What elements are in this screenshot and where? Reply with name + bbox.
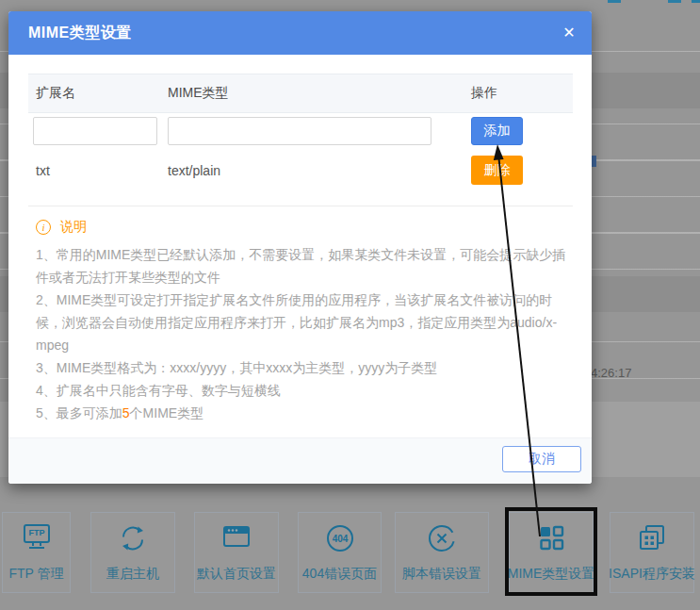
close-icon[interactable]: ✕	[559, 23, 579, 43]
screen: 4:26:17 FTP FTP 管理 重启主机	[0, 0, 700, 610]
header-action: 操作	[471, 85, 497, 102]
mime-type-input[interactable]	[168, 117, 431, 145]
note-item-1: 1、常用的MIME类型已经默认添加，不需要设置，如果某类文件未设置，可能会提示缺…	[36, 243, 575, 289]
toolbar-item-label: 默认首页设置	[197, 566, 276, 583]
toolbar-item-default-index[interactable]: 默认首页设置	[194, 512, 279, 593]
extension-value: txt	[36, 153, 50, 189]
note-item-4: 4、扩展名中只能含有字母、数字与短横线	[36, 379, 575, 402]
mime-type-value: text/plain	[168, 153, 220, 189]
cancel-button[interactable]: 取消	[502, 446, 581, 472]
toolbar-item-404-page[interactable]: 404 404错误页面	[298, 512, 382, 593]
info-icon: i	[36, 220, 51, 235]
toolbar-item-ftp-manage[interactable]: FTP FTP 管理	[2, 512, 71, 593]
toolbar-item-mime-settings[interactable]: MIME类型设置	[509, 512, 594, 593]
svg-text:404: 404	[332, 534, 348, 544]
note-item-3: 3、MIME类型格式为：xxxx/yyyy，其中xxxx为主类型，yyyy为子类…	[36, 356, 575, 379]
toolbar-item-label: MIME类型设置	[508, 566, 595, 583]
header-mime-type: MIME类型	[168, 85, 229, 102]
toolbar-item-label: 脚本错误设置	[402, 566, 481, 583]
notes-title: 说明	[60, 219, 87, 236]
mime-add-row: 添加	[28, 115, 573, 149]
dialog-title: MIME类型设置	[28, 24, 132, 43]
toolbar-item-isapi-install[interactable]: ISAPI程序安装	[610, 512, 694, 593]
mime-table-row: txt text/plain 删除	[28, 153, 573, 189]
mime-table-header: 扩展名 MIME类型 操作	[28, 74, 573, 113]
toolbar-item-label: 404错误页面	[302, 566, 377, 583]
restart-icon	[117, 523, 149, 557]
mime-grid-icon	[536, 523, 566, 557]
toolbar-item-label: FTP 管理	[8, 566, 63, 583]
extension-input[interactable]	[33, 117, 157, 145]
toolbar-item-script-error[interactable]: 脚本错误设置	[395, 512, 489, 593]
note-item-5: 5、最多可添加5个MIME类型	[36, 402, 575, 424]
toolbar-item-label: ISAPI程序安装	[609, 566, 695, 583]
dialog-header: MIME类型设置 ✕	[8, 11, 592, 55]
delete-button[interactable]: 删除	[471, 156, 523, 185]
notes-list: 1、常用的MIME类型已经默认添加，不需要设置，如果某类文件未设置，可能会提示缺…	[36, 243, 575, 424]
header-extension: 扩展名	[36, 85, 75, 102]
note-highlight: 5	[122, 405, 130, 420]
browser-window-icon	[220, 523, 252, 555]
mime-settings-dialog: MIME类型设置 ✕ 扩展名 MIME类型 操作 添加 txt text/pla…	[8, 11, 592, 484]
ftp-monitor-icon: FTP	[21, 523, 53, 555]
404-circle-icon: 404	[325, 523, 355, 557]
dialog-footer: 取消	[8, 437, 592, 484]
script-error-icon	[427, 523, 457, 557]
toolbar-item-label: 重启主机	[106, 566, 159, 583]
add-button[interactable]: 添加	[471, 117, 523, 145]
toolbar-item-restart-host[interactable]: 重启主机	[90, 512, 175, 593]
note-item-2: 2、MIME类型可设定打开指定扩展名文件所使用的应用程序，当该扩展名文件被访问的…	[36, 289, 575, 356]
section-divider	[28, 206, 573, 206]
notes-header: i 说明	[36, 219, 87, 236]
svg-text:FTP: FTP	[28, 528, 44, 537]
isapi-install-icon	[636, 523, 668, 557]
